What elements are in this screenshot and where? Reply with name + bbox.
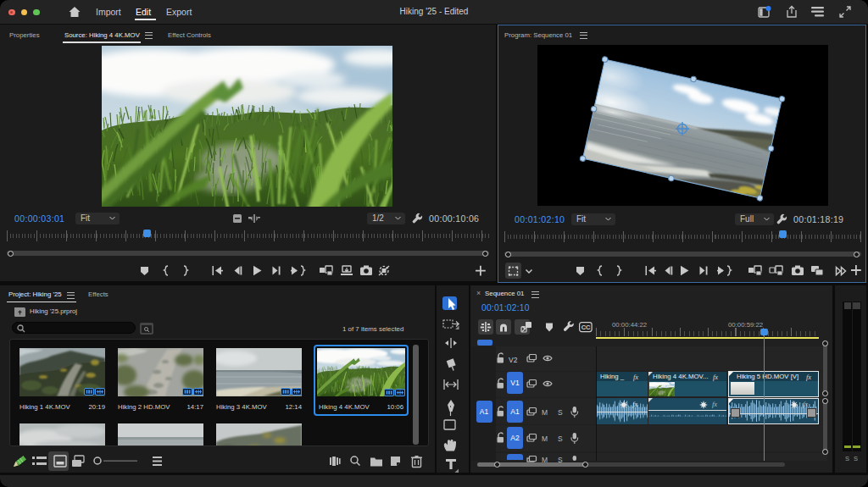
svg-text:S: S [558,434,563,443]
svg-text:M: M [542,434,548,443]
svg-text:V2: V2 [509,356,518,364]
svg-text:M: M [542,408,548,417]
svg-text:CC: CC [581,324,591,331]
svg-text:S: S [558,408,563,417]
